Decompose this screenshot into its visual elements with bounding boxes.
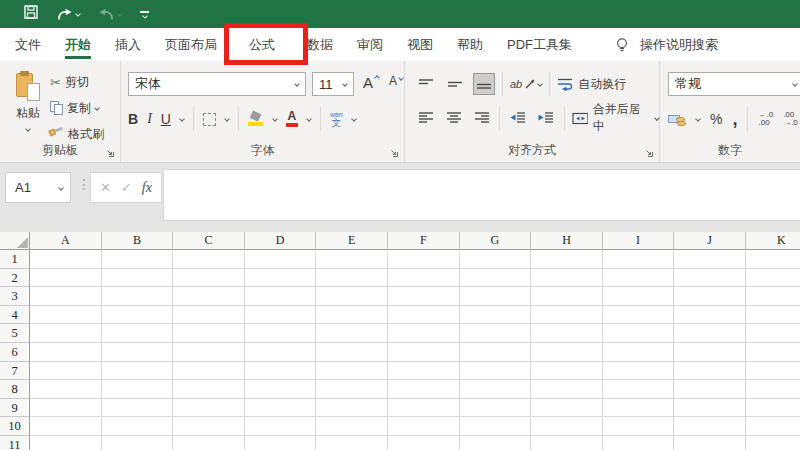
clipboard-dialog-launcher-icon[interactable] — [105, 148, 115, 158]
row-header-8[interactable]: 8 — [0, 380, 29, 399]
copy-dropdown-icon[interactable] — [94, 105, 100, 111]
underline-button[interactable]: U — [161, 111, 171, 127]
tab-pdf-tools[interactable]: PDF工具集 — [495, 29, 584, 60]
align-right-button[interactable] — [471, 107, 492, 129]
tab-view[interactable]: 视图 — [395, 29, 445, 60]
redo-button[interactable] — [56, 8, 80, 21]
column-header-D[interactable]: D — [245, 232, 317, 250]
tab-file[interactable]: 文件 — [3, 29, 53, 60]
paste-button[interactable]: 粘贴 — [6, 67, 50, 151]
borders-dropdown-icon[interactable] — [224, 116, 230, 122]
phonetic-dropdown-icon[interactable] — [351, 116, 357, 122]
row-header-3[interactable]: 3 — [0, 287, 29, 306]
name-box-dropdown-icon[interactable] — [58, 185, 64, 191]
formula-bar-grip-icon: ⋮ — [77, 176, 91, 192]
bold-button[interactable]: B — [128, 111, 138, 127]
bottom-align-button[interactable] — [473, 73, 495, 95]
column-header-C[interactable]: C — [173, 232, 245, 250]
align-left-button[interactable] — [415, 107, 436, 129]
font-name-dropdown-icon[interactable] — [294, 81, 300, 87]
font-size-select[interactable]: 11 — [312, 72, 354, 96]
tab-insert[interactable]: 插入 — [103, 29, 153, 60]
ribbon: 粘贴 ✂ 剪切 复制 格式刷 剪贴板 宋体 11 — [0, 61, 800, 163]
decrease-decimal-button[interactable]: .00 →.0 — [783, 111, 798, 127]
underline-dropdown-icon[interactable] — [179, 116, 185, 122]
decrease-indent-button[interactable] — [507, 107, 528, 129]
formula-buttons: ✕ ✓ fx — [90, 172, 162, 203]
phonetic-guide-button[interactable]: wén 文 — [330, 111, 343, 128]
row-header-6[interactable]: 6 — [0, 343, 29, 362]
wrap-text-button[interactable]: 自动换行 — [557, 76, 626, 93]
font-color-button[interactable]: A — [286, 111, 298, 127]
copy-button[interactable]: 复制 — [50, 99, 99, 117]
column-header-I[interactable]: I — [603, 232, 675, 250]
font-color-dropdown-icon[interactable] — [306, 116, 312, 122]
center-button[interactable] — [443, 107, 464, 129]
row-header-7[interactable]: 7 — [0, 362, 29, 381]
font-dialog-launcher-icon[interactable] — [389, 148, 399, 158]
column-header-B[interactable]: B — [102, 232, 174, 250]
font-name-select[interactable]: 宋体 — [128, 72, 306, 96]
row-header-4[interactable]: 4 — [0, 306, 29, 325]
cut-button[interactable]: ✂ 剪切 — [50, 73, 89, 91]
decrease-font-size-button[interactable]: A — [389, 74, 397, 88]
enter-icon[interactable]: ✓ — [121, 180, 132, 195]
column-header-K[interactable]: K — [746, 232, 800, 250]
orientation-dropdown-icon[interactable] — [537, 81, 543, 87]
italic-button[interactable]: I — [147, 111, 152, 127]
number-format-dropdown-icon[interactable] — [792, 81, 798, 87]
column-header-A[interactable]: A — [30, 232, 102, 250]
formula-bar-input[interactable] — [163, 169, 800, 221]
clipboard-group-label: 剪贴板 — [0, 142, 120, 159]
tell-me-search[interactable]: 操作说明搜索 — [640, 36, 718, 54]
row-header-1[interactable]: 1 — [0, 250, 29, 269]
increase-decimal-button[interactable]: ←.0 .00 — [758, 111, 773, 127]
tab-help[interactable]: 帮助 — [445, 29, 495, 60]
customize-quick-access-icon[interactable] — [140, 11, 149, 18]
column-header-F[interactable]: F — [388, 232, 460, 250]
tab-page-layout[interactable]: 页面布局 — [153, 29, 229, 60]
merge-center-button[interactable]: 合并后居中 — [572, 101, 659, 135]
middle-align-button[interactable] — [444, 73, 466, 95]
tab-review[interactable]: 审阅 — [345, 29, 395, 60]
accounting-format-icon[interactable] — [668, 113, 686, 126]
format-painter-button[interactable]: 格式刷 — [50, 125, 104, 143]
merge-center-dropdown-icon[interactable] — [654, 115, 660, 121]
column-header-J[interactable]: J — [674, 232, 746, 250]
accounting-dropdown-icon[interactable] — [695, 116, 701, 122]
row-header-10[interactable]: 10 — [0, 417, 29, 436]
font-size-dropdown-icon[interactable] — [342, 81, 348, 87]
percent-style-button[interactable]: % — [710, 111, 722, 127]
column-header-H[interactable]: H — [531, 232, 603, 250]
comma-style-button[interactable]: , — [732, 114, 737, 124]
fill-color-icon[interactable] — [248, 112, 264, 126]
cancel-icon[interactable]: ✕ — [100, 180, 111, 195]
select-all-corner[interactable] — [0, 232, 30, 250]
alignment-group: ab 自动换行 — [405, 61, 660, 162]
number-format-select[interactable]: 常规 — [668, 72, 800, 96]
wrap-text-icon — [557, 77, 573, 91]
paste-dropdown-icon[interactable] — [25, 126, 31, 132]
orientation-button[interactable]: ab — [510, 78, 542, 90]
spreadsheet-cells[interactable] — [30, 250, 800, 450]
save-icon[interactable] — [24, 5, 38, 23]
title-bar — [0, 0, 800, 28]
fill-color-dropdown-icon[interactable] — [272, 116, 278, 122]
tab-home[interactable]: 开始 — [53, 29, 103, 60]
row-header-2[interactable]: 2 — [0, 269, 29, 288]
font-group-label: 字体 — [121, 142, 404, 159]
borders-icon[interactable] — [203, 113, 216, 126]
row-header-9[interactable]: 9 — [0, 399, 29, 418]
top-align-button[interactable] — [415, 73, 437, 95]
alignment-dialog-launcher-icon[interactable] — [644, 148, 654, 158]
row-header-11[interactable]: 11 — [0, 436, 29, 450]
spreadsheet-grid: ABCDEFGHIJK 1234567891011 — [0, 232, 800, 450]
increase-indent-button[interactable] — [536, 107, 557, 129]
insert-function-icon[interactable]: fx — [142, 180, 152, 196]
column-header-E[interactable]: E — [316, 232, 388, 250]
redo-dropdown-icon[interactable] — [75, 11, 81, 17]
row-header-5[interactable]: 5 — [0, 324, 29, 343]
column-header-G[interactable]: G — [460, 232, 532, 250]
increase-font-size-button[interactable]: A — [363, 74, 373, 91]
name-box[interactable]: A1 — [5, 172, 71, 203]
